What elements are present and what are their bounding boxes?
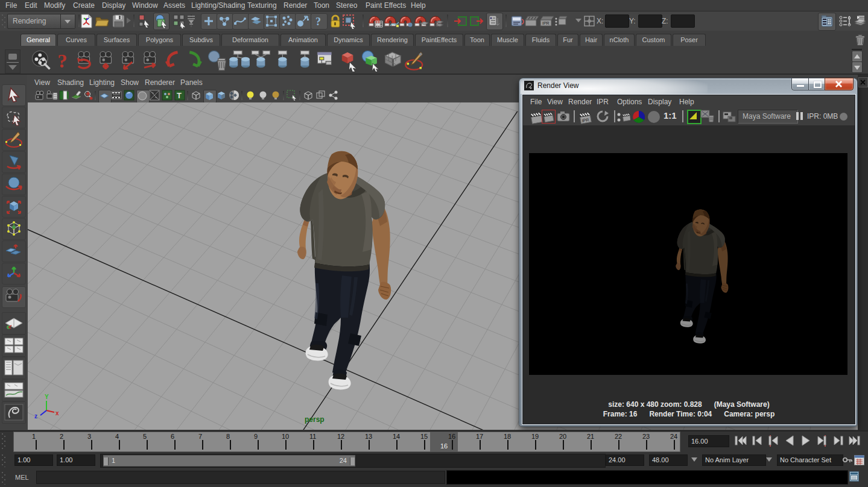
svg-text:x: x <box>55 410 59 416</box>
svg-text:Y: Y <box>45 394 49 400</box>
svg-text:z: z <box>34 413 37 419</box>
svg-text:?: ? <box>57 50 67 72</box>
svg-text:IPR: IPR <box>542 21 550 25</box>
svg-text:persp: persp <box>305 415 325 424</box>
svg-text:?: ? <box>315 16 321 28</box>
svg-text:T: T <box>177 91 182 100</box>
